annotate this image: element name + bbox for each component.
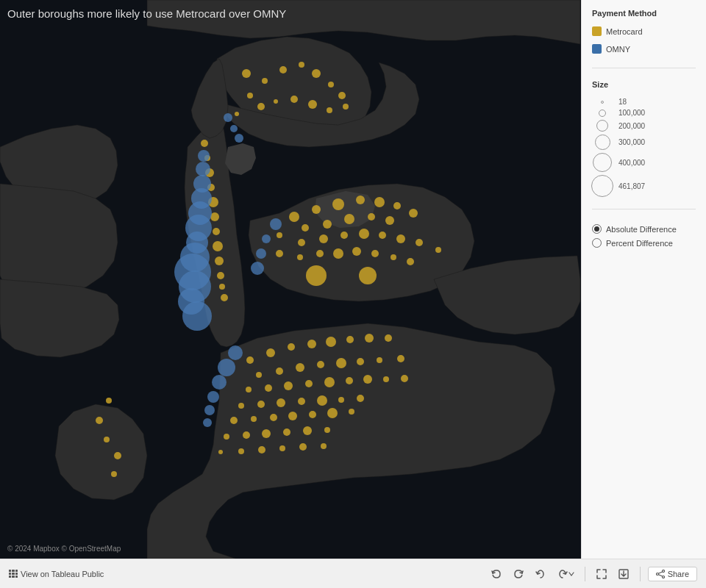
svg-point-79: [324, 377, 335, 387]
svg-point-49: [276, 250, 283, 257]
size-label-300k: 300,000: [618, 138, 645, 146]
size-item-200k: 200,000: [592, 120, 696, 132]
svg-point-46: [396, 234, 405, 243]
svg-point-54: [371, 250, 379, 257]
svg-point-106: [258, 446, 265, 453]
svg-point-55: [391, 254, 396, 260]
svg-point-136: [251, 262, 264, 275]
svg-point-38: [368, 213, 375, 220]
size-title: Size: [592, 80, 696, 89]
svg-point-114: [111, 471, 117, 477]
svg-point-78: [305, 380, 313, 387]
svg-point-26: [219, 284, 225, 290]
svg-point-143: [656, 573, 658, 575]
redo-button[interactable]: [510, 565, 527, 583]
svg-point-44: [359, 229, 369, 239]
svg-point-31: [356, 196, 365, 204]
svg-point-43: [340, 232, 348, 239]
svg-point-47: [416, 239, 423, 246]
toolbar-right: Share: [488, 565, 697, 583]
legend-item-metrocard: Metrocard: [592, 26, 696, 36]
svg-point-99: [243, 431, 250, 439]
svg-point-24: [215, 257, 224, 265]
svg-point-10: [274, 99, 278, 104]
svg-point-77: [284, 381, 293, 390]
svg-point-107: [279, 445, 285, 451]
svg-point-66: [385, 334, 392, 342]
svg-point-15: [235, 112, 239, 116]
svg-point-48: [435, 247, 441, 253]
svg-point-71: [336, 358, 346, 368]
svg-point-29: [312, 205, 321, 214]
radio-absolute[interactable]: Absolute Difference: [592, 224, 696, 234]
tableau-grid-icon: [9, 570, 18, 578]
svg-point-125: [196, 162, 210, 176]
svg-point-142: [662, 576, 664, 578]
toolbar-separator-2: [640, 567, 641, 581]
svg-point-69: [296, 363, 304, 372]
legend-item-omny: OMNY: [592, 44, 696, 54]
svg-point-133: [270, 218, 282, 230]
svg-point-33: [393, 202, 401, 209]
svg-point-34: [409, 209, 418, 218]
svg-point-126: [198, 150, 210, 162]
svg-point-128: [218, 359, 235, 376]
svg-point-94: [288, 412, 297, 420]
svg-point-3: [279, 66, 287, 74]
radio-group: Absolute Difference Percent Difference: [592, 224, 696, 248]
radio-circle-percent: [592, 238, 602, 248]
svg-point-134: [262, 234, 271, 243]
back-button[interactable]: [532, 565, 549, 583]
svg-point-127: [228, 345, 243, 360]
size-label-461k: 461,807: [618, 182, 645, 190]
svg-point-45: [379, 232, 386, 239]
size-circle-400k: [593, 153, 612, 172]
svg-point-124: [193, 175, 211, 193]
fullscreen-button[interactable]: [593, 565, 610, 583]
svg-point-22: [213, 228, 220, 235]
svg-point-40: [277, 232, 282, 238]
svg-point-89: [338, 397, 344, 403]
svg-point-41: [298, 239, 305, 246]
undo-button[interactable]: [488, 565, 505, 583]
radio-percent[interactable]: Percent Difference: [592, 238, 696, 248]
svg-point-25: [217, 272, 224, 279]
size-item-400k: 400,000: [592, 153, 696, 172]
svg-point-141: [662, 570, 664, 572]
size-item-100k: 100,000: [592, 109, 696, 117]
svg-point-39: [385, 216, 394, 225]
size-circle-container-200k: [592, 120, 613, 132]
svg-point-97: [349, 409, 354, 415]
svg-point-129: [212, 375, 227, 390]
svg-point-1: [242, 69, 251, 78]
download-button[interactable]: [615, 565, 632, 583]
svg-point-27: [221, 294, 228, 301]
radio-label-percent: Percent Difference: [606, 239, 673, 248]
svg-point-83: [401, 375, 408, 382]
radio-circle-absolute: [592, 224, 602, 234]
metrocard-color-box: [592, 26, 602, 36]
svg-point-28: [289, 212, 299, 222]
size-circle-300k: [595, 135, 610, 150]
svg-point-88: [317, 395, 327, 406]
size-label-100k: 100,000: [618, 109, 645, 117]
size-item-461k: 461,807: [592, 175, 696, 197]
view-on-tableau-link[interactable]: View on Tableau Public: [9, 570, 104, 578]
svg-point-86: [277, 398, 285, 407]
forward-button[interactable]: [554, 565, 577, 583]
svg-point-60: [266, 348, 275, 357]
map-container: Outer boroughs more likely to use Metroc…: [0, 0, 581, 559]
share-button[interactable]: Share: [648, 567, 697, 581]
size-item-300k: 300,000: [592, 135, 696, 150]
svg-point-12: [308, 100, 317, 109]
svg-point-105: [238, 448, 244, 454]
svg-point-53: [352, 247, 361, 256]
size-circle-18: [601, 101, 604, 104]
svg-point-73: [377, 357, 382, 363]
size-item-18: 18: [592, 98, 696, 106]
svg-point-84: [238, 403, 244, 409]
svg-point-95: [309, 411, 316, 418]
svg-point-138: [230, 125, 238, 132]
divider-2: [592, 209, 696, 209]
svg-point-103: [324, 427, 330, 433]
